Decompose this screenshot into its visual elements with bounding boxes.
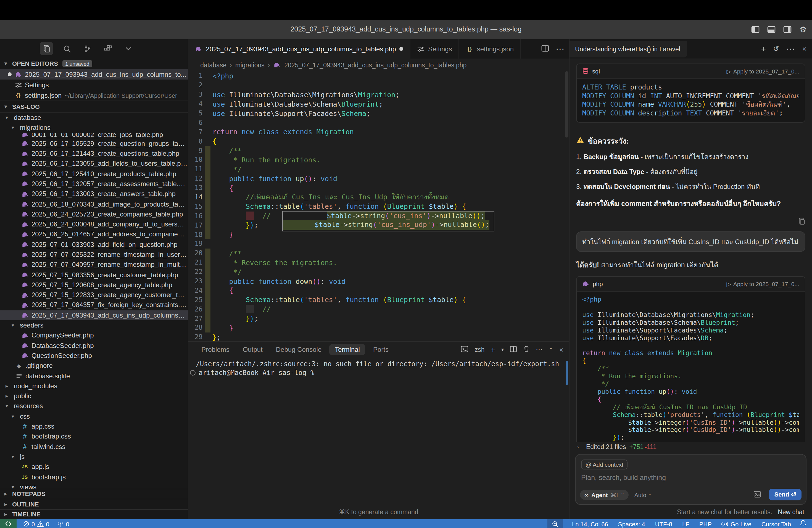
tree-file[interactable]: #tailwind.css [0,442,188,452]
new-chat-icon[interactable]: + [761,44,766,54]
code-editor[interactable]: 1<?php23use Illuminate\Database\Migratio… [188,71,569,341]
apply-button[interactable]: ▷Apply to 2025_07_17_0... [726,281,799,287]
code-line-27[interactable]: 27 }); [188,314,569,323]
tree-file[interactable]: database.sqlite [0,371,188,381]
code-line-5[interactable]: 5use Illuminate\Support\Facades\Schema; [188,108,569,118]
chat-tab[interactable]: Understanding whereHas() in Laravel [569,41,687,57]
panel-tab-debug-console[interactable]: Debug Console [271,344,327,355]
ports-indicator[interactable]: 0 [56,519,70,528]
indentation[interactable]: Spaces: 4 [617,519,646,528]
breadcrumb[interactable]: database›migrations›2025_07_17_093943_ad… [188,59,569,71]
code-line-10[interactable]: 10 * Run the migrations. [188,155,569,165]
tree-file[interactable]: 2025_07_17_093943_add_cus_ins_udp_column… [0,310,188,320]
code-line-24[interactable]: 24 { [188,286,569,295]
code-line-9[interactable]: 9 /** [188,146,569,155]
new-chat-link[interactable]: New chat [778,509,804,515]
code-line-22[interactable]: 22 */ [188,267,569,276]
toolbar-chevron-icon[interactable] [121,42,135,55]
problems-indicator[interactable]: 0 0 [22,519,50,528]
encoding[interactable]: UTF-8 [654,519,673,528]
kill-terminal-icon[interactable] [523,345,530,354]
tree-folder-node_modules[interactable]: ▸node_modules [0,381,188,391]
code-line-29[interactable]: 29}; [188,333,569,341]
settings-gear-icon[interactable]: ⚙ [800,25,807,34]
tree-file[interactable]: 2025_06_18_070343_add_image_to_products_… [0,199,188,209]
language-mode[interactable]: PHP [698,519,713,528]
more-actions-icon[interactable]: ⋯ [556,44,565,54]
tree-file[interactable]: 2025_07_07_025322_rename_timestamp_in_us… [0,250,188,260]
code-line-20[interactable]: 20 /** [188,249,569,258]
eol-sequence[interactable]: LF [681,519,691,528]
open-editors-header[interactable]: ▾ OPEN EDITORS 1 unsaved [0,58,188,69]
breadcrumb-item[interactable]: migrations [235,62,265,68]
code-line-2[interactable]: 2 [188,80,569,90]
open-editor-item[interactable]: Settings [0,79,188,90]
panel-tab-output[interactable]: Output [237,344,268,355]
chat-messages[interactable]: sql ▷Apply to 2025_07_17_0... ALTER TABL… [569,59,812,442]
code-line-13[interactable]: 13 { [188,183,569,192]
code-line-15[interactable]: 15 Schema::table('tables', function (Blu… [188,202,569,211]
tree-file[interactable]: ◆.gitignore [0,361,188,371]
cursor-tab-toggle[interactable]: Cursor Tab [760,519,792,528]
tree-file[interactable]: 2025_06_17_123055_add_fields_to_users_ta… [0,159,188,169]
tree-file[interactable]: 2025_07_17_084357_fix_foreign_key_constr… [0,300,188,310]
code-line-1[interactable]: 1<?php [188,71,569,80]
breadcrumb-item[interactable]: 2025_07_17_093943_add_cus_ins_udp_column… [285,62,467,68]
panel-tab-terminal[interactable]: Terminal [329,344,365,355]
tree-file[interactable]: #app.css [0,421,188,431]
code-line-8[interactable]: 8{ [188,136,569,146]
tree-file[interactable]: 0001_01_01_000002_create_jobs_table.php [0,133,188,138]
send-button[interactable]: Send ⏎ [769,489,801,500]
chat-input-box[interactable]: @ Add context Plan, search, build anythi… [575,454,807,505]
extensions-icon[interactable] [101,42,114,55]
code-line-3[interactable]: 3use Illuminate\Database\Migrations\Migr… [188,90,569,99]
code-line-14[interactable]: 14 //เพิ่มคอลัมภ์ Cus_Ins และ Cus_Ins_Ud… [188,192,569,202]
code-line-28[interactable]: 28 } [188,323,569,333]
apply-button[interactable]: ▷Apply to 2025_07_17_0... [726,68,799,75]
tree-file[interactable]: 2025_06_17_121443_create_questions_table… [0,149,188,159]
remote-indicator[interactable] [0,519,17,528]
model-selector[interactable]: Auto ⌃ [634,491,652,498]
code-line-23[interactable]: 23 public function down(): void [188,276,569,286]
tree-file[interactable]: 2025_07_07_040957_rename_timestamp_in_mu… [0,260,188,270]
tree-folder-database[interactable]: ▾database [0,113,188,123]
notifications-bell-icon[interactable] [800,520,807,528]
tree-file[interactable]: 2025_06_24_030048_add_company_id_to_user… [0,219,188,230]
section-header-notepads[interactable]: ▸NOTEPADS [0,488,188,499]
chat-input-placeholder[interactable]: Plan, search, build anything [581,474,800,482]
chat-more-icon[interactable]: ⋯ [786,44,795,54]
close-chat-icon[interactable]: × [802,45,807,53]
editor-tab[interactable]: Settings [410,39,459,59]
tree-folder-public[interactable]: ▸public [0,391,188,401]
edited-files-row[interactable]: › Edited 21 files +751-111 [569,442,812,452]
tree-folder-seeders[interactable]: ▾seeders [0,320,188,331]
split-terminal-icon[interactable] [510,346,517,354]
agent-mode-selector[interactable]: ∞Agent⌘I⌃ [580,489,629,500]
close-panel-icon[interactable]: × [559,346,563,354]
split-editor-icon[interactable] [541,44,549,54]
ai-inline-suggestion[interactable]: $table->string('cus_ins')->nullable();$t… [282,211,494,232]
panel-more-icon[interactable]: ⋯ [536,346,542,353]
tree-folder-css[interactable]: ▾css [0,411,188,421]
tree-file[interactable]: #bootstrap.css [0,431,188,442]
code-line-12[interactable]: 12 public function up(): void [188,174,569,184]
new-terminal-icon[interactable]: + [491,345,495,354]
cursor-position[interactable]: Ln 14, Col 66 [571,519,609,528]
terminal-output[interactable]: /Users/aritach/.zshrc:source:3: no such … [188,357,569,377]
section-header-outline[interactable]: ▸OUTLINE [0,499,188,509]
editor-scrollbar[interactable] [565,71,568,137]
code-line-6[interactable]: 6 [188,118,569,127]
terminal-dropdown-icon[interactable]: ▾ [501,347,504,352]
tree-file[interactable]: CompanySeeder.php [0,330,188,340]
tree-file[interactable]: JSbootstrap.js [0,472,188,482]
tree-folder-views[interactable]: ▾views [0,482,188,488]
source-control-icon[interactable] [81,42,94,55]
code-line-26[interactable]: 26 // [188,305,569,314]
maximize-panel-icon[interactable]: ⌃ [549,347,553,353]
tree-file[interactable]: 2025_06_17_132057_create_assessments_tab… [0,179,188,189]
code-line-25[interactable]: 25 Schema::table('tables', function (Blu… [188,295,569,305]
code-line-7[interactable]: 7return new class extends Migration [188,127,569,137]
breadcrumb-item[interactable]: database [200,62,227,68]
attach-image-icon[interactable] [753,489,761,500]
copy-icon[interactable] [798,217,806,227]
